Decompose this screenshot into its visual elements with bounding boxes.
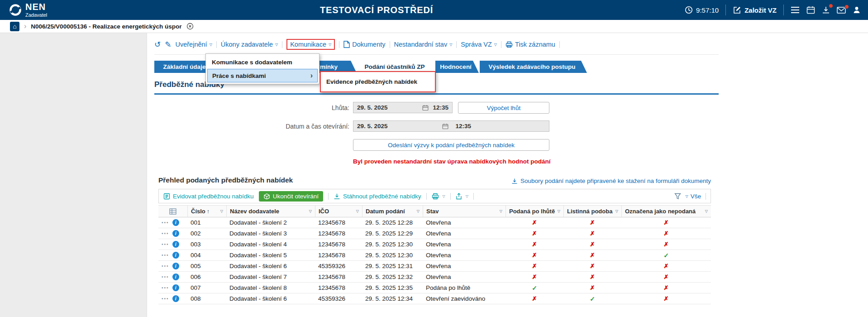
cell-paper-mark: ✗ xyxy=(563,230,621,237)
divider xyxy=(339,41,339,48)
breadcrumb-record-label[interactable]: N006/25/V00005136 - Realizace energetick… xyxy=(31,23,181,30)
cell-submitted: 29. 5. 2025 12:30 xyxy=(362,241,423,248)
close-record-icon[interactable] xyxy=(186,23,194,30)
register-offer-label: Evidovat předběžnou nabídku xyxy=(173,193,254,200)
menu-item-komunikace-s-dodavatelem[interactable]: Komunikace s dodavatelem xyxy=(207,55,318,69)
filter-all-dropdown[interactable]: ▽ Vše xyxy=(686,193,701,200)
toolbar-ukony-zadavatele[interactable]: Úkony zadavatele ▽ xyxy=(221,41,278,48)
toolbar-nestandardni-stav[interactable]: Nestandardní stav ▽ xyxy=(394,41,453,48)
row-menu-icon[interactable]: ••• xyxy=(162,220,169,225)
row-info-icon[interactable]: i xyxy=(172,284,179,291)
home-button[interactable]: ⌂ xyxy=(10,22,19,31)
column-header-cislo[interactable]: Číslo ↑ ▽ xyxy=(187,206,226,217)
cell-supplier: Dodavatel - školení 3 xyxy=(226,230,315,237)
opening-input[interactable]: 29. 5. 2025 12:35 xyxy=(353,120,549,132)
row-info-icon[interactable]: i xyxy=(172,263,179,269)
table-row[interactable]: •••i005Dodavatel - školení 64535932629. … xyxy=(158,261,711,272)
table-row[interactable]: •••i008Dodavatel - školení 64535932629. … xyxy=(158,293,711,304)
cell-supplier: Dodavatel - školení 2 xyxy=(226,219,315,226)
cell-ico: 12345678 xyxy=(315,284,362,291)
submission-files-link[interactable]: Soubory podání najdete připravené ke sta… xyxy=(511,178,711,184)
table-row[interactable]: •••i001Dodavatel - školení 21234567829. … xyxy=(158,217,711,228)
filter-caret-icon[interactable]: ▽ xyxy=(415,209,420,213)
row-info-icon[interactable]: i xyxy=(172,219,179,226)
user-profile-button[interactable] xyxy=(853,6,861,14)
table-row[interactable]: •••i002Dodavatel - školení 31234567829. … xyxy=(158,228,711,239)
column-header-listinna-podoba[interactable]: Listinná podoba ▽ xyxy=(563,206,621,217)
nen-logo[interactable]: NEN Zadavatel xyxy=(9,2,47,18)
filter-caret-icon[interactable]: ▽ xyxy=(219,209,223,213)
downloads-button[interactable] xyxy=(822,6,830,14)
filter-caret-icon[interactable]: ▽ xyxy=(355,209,359,213)
row-menu-icon[interactable]: ••• xyxy=(162,285,169,290)
clock-icon xyxy=(685,6,693,14)
clock-time: 9:57:10 xyxy=(696,6,719,14)
toolbar-item-label: Uveřejnění xyxy=(176,41,207,48)
row-info-icon[interactable]: i xyxy=(172,230,179,237)
messages-button[interactable] xyxy=(837,7,846,14)
print-button[interactable]: ▽ xyxy=(432,193,445,200)
calendar-button[interactable] xyxy=(806,6,815,14)
column-header-stav[interactable]: Stav ▽ xyxy=(423,206,506,217)
toolbar-dokumenty[interactable]: Dokumenty xyxy=(343,41,385,48)
send-request-button[interactable]: Odeslání výzvy k podání předběžných nabí… xyxy=(353,139,549,151)
filter-funnel-icon[interactable] xyxy=(674,193,681,199)
create-vz-button[interactable]: Založit VZ xyxy=(733,6,777,14)
finish-opening-button[interactable]: Ukončit otevírání xyxy=(259,191,323,202)
filter-caret-icon[interactable]: ▽ xyxy=(498,209,502,213)
calendar-icon[interactable] xyxy=(422,105,429,111)
submission-files-label: Soubory podání najdete připravené ke sta… xyxy=(520,178,711,184)
column-header-oznacena-jako-nepodana[interactable]: Označena jako nepodaná ▽ xyxy=(621,206,711,217)
export-button[interactable]: ▽ xyxy=(456,193,468,200)
column-header-datum-podani[interactable]: Datum podání ▽ xyxy=(362,206,423,217)
table-row[interactable]: •••i004Dodavatel - školení 51234567829. … xyxy=(158,250,711,261)
cell-ico: 12345678 xyxy=(315,274,362,280)
row-info-icon[interactable]: i xyxy=(172,252,179,259)
filter-caret-icon[interactable]: ▽ xyxy=(704,209,708,213)
column-header-ico[interactable]: IČO ▽ xyxy=(315,206,362,217)
column-header-nazev-dodavatele[interactable]: Název dodavatele ▽ xyxy=(226,206,315,217)
calc-deadlines-button[interactable]: Výpočet lhůt xyxy=(458,102,549,114)
refresh-icon[interactable]: ↺ xyxy=(154,41,161,48)
tab-hodnoceni[interactable]: Hodnocení xyxy=(435,61,479,73)
register-offer-button[interactable]: Evidovat předběžnou nabídku xyxy=(163,193,254,200)
row-menu-icon[interactable]: ••• xyxy=(162,231,169,236)
menu-item-prace-s-nabidkami[interactable]: Práce s nabídkami › xyxy=(207,69,318,82)
filter-caret-icon[interactable]: ▽ xyxy=(556,209,560,213)
cell-paper-mark: ✗ xyxy=(563,274,621,280)
deadline-input[interactable]: 29. 5. 2025 12:35 xyxy=(353,102,453,113)
toolbar-uverejneni[interactable]: Uveřejnění ▽ xyxy=(176,41,212,48)
table-row[interactable]: •••i007Dodavatel - školení 81234567829. … xyxy=(158,283,711,293)
filter-caret-icon[interactable]: ▽ xyxy=(308,209,312,213)
cell-late-mark: ✗ xyxy=(506,241,563,248)
row-actions-cell: •••i xyxy=(158,219,187,226)
row-info-icon[interactable]: i xyxy=(172,274,179,280)
tab-vysledek-zadavaciho-postupu[interactable]: Výsledek zadávacího postupu xyxy=(480,61,587,73)
column-header-podana-po-lhute[interactable]: Podaná po lhůtě ▽ xyxy=(506,206,563,217)
edit-icon[interactable]: ✎ xyxy=(165,41,171,48)
cell-number: 007 xyxy=(187,284,226,291)
menu-button[interactable] xyxy=(791,6,800,14)
cross-icon: ✗ xyxy=(664,230,669,237)
cross-icon: ✗ xyxy=(590,241,595,248)
filter-caret-icon[interactable]: ▽ xyxy=(614,209,618,213)
row-info-icon[interactable]: i xyxy=(172,295,179,302)
download-offers-button[interactable]: Stáhnout předběžné nabídky xyxy=(334,193,421,200)
toolbar-komunikace[interactable]: Komunikace ▽ xyxy=(286,39,335,50)
table-row[interactable]: •••i006Dodavatel - školení 71234567829. … xyxy=(158,272,711,283)
calendar-icon[interactable] xyxy=(442,123,448,130)
table-row[interactable]: •••i003Dodavatel - školení 41234567829. … xyxy=(158,239,711,250)
toolbar-item-label: Správa VZ xyxy=(461,41,492,48)
toolbar-tisk-zaznamu[interactable]: Tisk záznamu xyxy=(506,41,555,48)
app-name: NEN xyxy=(25,2,47,11)
row-menu-icon[interactable]: ••• xyxy=(162,253,169,258)
row-menu-icon[interactable]: ••• xyxy=(162,264,169,269)
row-menu-icon[interactable]: ••• xyxy=(162,296,169,301)
menu-item-evidence-predbeznych-nabidek[interactable]: Evidence předběžných nabídek xyxy=(321,72,435,91)
row-menu-icon[interactable]: ••• xyxy=(162,274,169,279)
toolbar-sprava-vz[interactable]: Správa VZ ▽ xyxy=(461,41,497,48)
row-menu-icon[interactable]: ••• xyxy=(162,242,169,247)
deadline-label: Lhůta: xyxy=(214,104,349,111)
row-info-icon[interactable]: i xyxy=(172,241,179,248)
cell-not-submitted-mark: ✗ xyxy=(621,230,711,237)
